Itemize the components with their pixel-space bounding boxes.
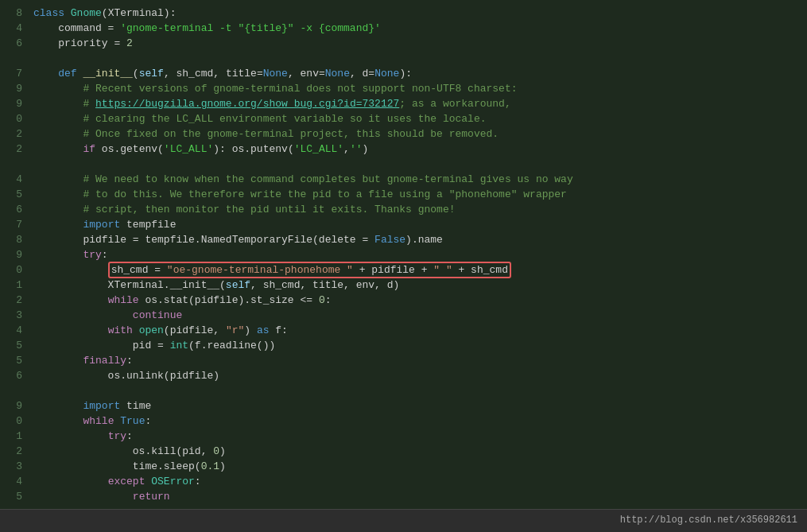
- line-number: 1: [6, 429, 22, 445]
- line-number: 7: [6, 218, 22, 233]
- code-line: 1 XTerminal.__init__(self, sh_cmd, title…: [0, 278, 807, 293]
- highlighted-code: sh_cmd = "oe-gnome-terminal-phonehome " …: [108, 262, 511, 278]
- line-number: 4: [6, 21, 22, 37]
- code-line: 5 # to do this. We therefore write the p…: [0, 188, 807, 203]
- line-number: 8: [6, 233, 22, 248]
- code-line: 2 if os.getenv('LC_ALL'): os.putenv('LC_…: [0, 142, 807, 157]
- code-line: 7 def __init__(self, sh_cmd, title=None,…: [0, 67, 807, 82]
- status-bar: http://blog.csdn.net/x356982611: [0, 509, 807, 532]
- code-text: priority = 2: [33, 37, 801, 52]
- line-number: 6: [6, 203, 22, 218]
- code-line: 0 while True:: [0, 414, 807, 429]
- code-text: # to do this. We therefore write the pid…: [33, 188, 801, 203]
- code-line: 5 pid = int(f.readline()): [0, 339, 807, 354]
- line-number: 4: [6, 173, 22, 188]
- code-text: return: [33, 490, 801, 505]
- code-text: pidfile = tempfile.NamedTemporaryFile(de…: [33, 233, 801, 248]
- code-text: command = 'gnome-terminal -t "{title}" -…: [33, 21, 801, 37]
- code-text: def __init__(self, sh_cmd, title=None, e…: [33, 67, 801, 82]
- code-text: # We need to know when the command compl…: [33, 173, 801, 188]
- line-number: 9: [6, 399, 22, 414]
- line-number: 9: [6, 82, 22, 97]
- line-number: 2: [6, 293, 22, 309]
- code-text: # script, then monitor the pid until it …: [33, 203, 801, 218]
- code-text: XTerminal.__init__(self, sh_cmd, title, …: [33, 278, 801, 293]
- code-line: 1 try:: [0, 429, 807, 445]
- code-line: 5 finally:: [0, 354, 807, 369]
- code-editor: 8class Gnome(XTerminal):4 command = 'gno…: [0, 0, 807, 509]
- line-number: 2: [6, 127, 22, 142]
- code-line: 4 except OSError:: [0, 475, 807, 490]
- line-number: 3: [6, 460, 22, 475]
- code-text: while True:: [33, 414, 801, 429]
- code-text: # clearing the LC_ALL environment variab…: [33, 112, 801, 127]
- code-text: import tempfile: [33, 218, 801, 233]
- code-line: 2 os.kill(pid, 0): [0, 445, 807, 460]
- code-line: 3 time.sleep(0.1): [0, 460, 807, 475]
- line-number: 5: [6, 354, 22, 369]
- code-text: # Once fixed on the gnome-terminal proje…: [33, 127, 801, 142]
- code-text: if os.getenv('LC_ALL'): os.putenv('LC_AL…: [33, 142, 801, 157]
- line-number: 8: [6, 6, 22, 21]
- line-number: 3: [6, 309, 22, 324]
- code-line: 0 # clearing the LC_ALL environment vari…: [0, 112, 807, 127]
- line-number: 9: [6, 248, 22, 263]
- code-text: pid = int(f.readline()): [33, 339, 801, 354]
- code-line: 6 # script, then monitor the pid until i…: [0, 203, 807, 218]
- code-line: 6 os.unlink(pidfile): [0, 369, 807, 384]
- code-line: 9 # Recent versions of gnome-terminal do…: [0, 82, 807, 97]
- line-number: 0: [6, 263, 22, 278]
- code-line: 3 continue: [0, 309, 807, 324]
- code-line: 0 sh_cmd = "oe-gnome-terminal-phonehome …: [0, 263, 807, 278]
- line-number: 0: [6, 414, 22, 429]
- code-text: finally:: [33, 354, 801, 369]
- line-number: 5: [6, 490, 22, 505]
- code-text: # Recent versions of gnome-terminal does…: [33, 82, 801, 97]
- code-text: os.kill(pid, 0): [33, 445, 801, 460]
- code-line: 8class Gnome(XTerminal):: [0, 6, 807, 21]
- code-line: 9 import time: [0, 399, 807, 414]
- line-number: 5: [6, 339, 22, 354]
- code-line: 2 # Once fixed on the gnome-terminal pro…: [0, 127, 807, 142]
- code-text: sh_cmd = "oe-gnome-terminal-phonehome " …: [33, 263, 801, 278]
- line-number: 4: [6, 324, 22, 339]
- line-number: 7: [6, 67, 22, 82]
- code-line: 9 # https://bugzilla.gnome.org/show_bug.…: [0, 97, 807, 112]
- code-text: try:: [33, 429, 801, 445]
- code-line: 4 # We need to know when the command com…: [0, 173, 807, 188]
- code-line: 5 return: [0, 490, 807, 505]
- code-text: os.unlink(pidfile): [33, 369, 801, 384]
- code-text: except OSError:: [33, 475, 801, 490]
- line-number: 9: [6, 97, 22, 112]
- code-line: [0, 384, 807, 399]
- code-line: 4 with open(pidfile, "r") as f:: [0, 324, 807, 339]
- code-line: [0, 52, 807, 67]
- code-line: 7 import tempfile: [0, 218, 807, 233]
- line-number: 6: [6, 37, 22, 52]
- code-line: 2 while os.stat(pidfile).st_size <= 0:: [0, 293, 807, 309]
- code-line: 6 priority = 2: [0, 37, 807, 52]
- code-line: 8 pidfile = tempfile.NamedTemporaryFile(…: [0, 233, 807, 248]
- code-text: import time: [33, 399, 801, 414]
- line-number: 4: [6, 475, 22, 490]
- line-number: 2: [6, 445, 22, 460]
- line-number: 1: [6, 278, 22, 293]
- code-text: while os.stat(pidfile).st_size <= 0:: [33, 293, 801, 309]
- code-text: # https://bugzilla.gnome.org/show_bug.cg…: [33, 97, 801, 112]
- code-text: with open(pidfile, "r") as f:: [33, 324, 801, 339]
- line-number: 0: [6, 112, 22, 127]
- line-number: 6: [6, 369, 22, 384]
- status-url: http://blog.csdn.net/x356982611: [620, 514, 797, 527]
- code-text: class Gnome(XTerminal):: [33, 6, 801, 21]
- code-text: time.sleep(0.1): [33, 460, 801, 475]
- line-number: 5: [6, 188, 22, 203]
- code-line: 4 command = 'gnome-terminal -t "{title}"…: [0, 21, 807, 37]
- bug-link[interactable]: https://bugzilla.gnome.org/show_bug.cgi?…: [95, 98, 399, 110]
- line-number: 2: [6, 142, 22, 157]
- code-line: [0, 157, 807, 173]
- code-text: continue: [33, 309, 801, 324]
